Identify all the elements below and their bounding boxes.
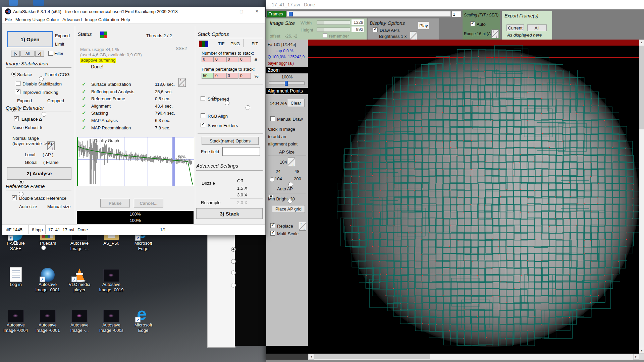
width-value[interactable]: 1328	[352, 19, 364, 25]
open-button[interactable]: 1) Open	[7, 31, 53, 47]
scroll-left-icon[interactable]: ◄	[308, 354, 314, 360]
ap-size-spinner[interactable]	[288, 158, 295, 166]
frame-pct-input-1[interactable]: 50	[202, 73, 214, 79]
threads-spinner[interactable]	[178, 78, 186, 87]
main-titlebar[interactable]: AutoStakkert! 3.1.4 (x64) - free for non…	[2, 7, 265, 16]
export-current-button[interactable]: Current	[506, 24, 524, 31]
frame-number-input[interactable]: 1	[451, 11, 462, 17]
manual-draw-checkbox[interactable]	[270, 116, 275, 121]
scroll-down-icon[interactable]: ▼	[639, 348, 644, 354]
zoom-slider-thumb[interactable]	[285, 81, 288, 86]
free-field-input[interactable]	[222, 147, 260, 156]
desktop-icon[interactable]: AutosaveImage -0019	[96, 266, 126, 293]
scaling-range-spinner[interactable]	[491, 29, 499, 38]
hscrollbar[interactable]: ◄ ►	[308, 354, 639, 360]
cancel-button[interactable]: Cancel...	[134, 199, 163, 207]
desktop-icon[interactable]: AutosaveImage -0001	[33, 307, 63, 333]
cropped-radio[interactable]	[42, 112, 46, 117]
manual-size-radio[interactable]	[41, 245, 46, 250]
ap-size-24-radio[interactable]	[270, 177, 274, 182]
stack-button[interactable]: 3) Stack	[196, 208, 263, 219]
filter-checkbox[interactable]	[48, 51, 53, 56]
clear-aps-button[interactable]: Clear	[287, 99, 305, 107]
menu-advanced[interactable]: Advanced	[62, 17, 82, 22]
drizzle-30-radio[interactable]	[231, 270, 236, 275]
ap-size-48-radio[interactable]	[288, 182, 293, 187]
drizzle-15-radio[interactable]	[231, 259, 236, 264]
desktop-icon[interactable]: MicrosoftEdge	[128, 307, 158, 333]
desktop-icon[interactable]: AutosaveImage -...	[64, 307, 95, 333]
viewer-titlebar[interactable]: 17_41_17.avi Done	[266, 0, 644, 9]
double-stack-checkbox[interactable]	[12, 195, 17, 200]
place-ap-grid-button[interactable]: Place AP grid	[272, 205, 305, 213]
status-step-time: 0,5 sec.	[155, 96, 170, 101]
frames-to-stack-input-1[interactable]: 0	[202, 56, 214, 62]
noise-robust-label: Noise Robust 5	[12, 125, 42, 130]
laplace-checkbox[interactable]	[14, 116, 19, 121]
desktop-icon[interactable]: AutosaveImage -000s	[96, 307, 126, 333]
rgb-align-checkbox[interactable]	[201, 113, 205, 118]
frames-to-stack-input-3[interactable]: 0	[226, 56, 238, 62]
menu-file[interactable]: File	[5, 17, 12, 22]
surface-radio[interactable]	[11, 72, 16, 76]
planet-radio[interactable]	[39, 76, 44, 81]
frames-slider-thumb[interactable]	[289, 12, 293, 16]
drizzle-off-radio[interactable]	[231, 247, 236, 252]
ap-size-48-label: 48	[294, 169, 299, 174]
frame-pct-input-4[interactable]: 0	[239, 73, 251, 79]
menu-colour[interactable]: Colour	[46, 17, 59, 22]
divider	[198, 84, 263, 84]
frame-pct-input-3[interactable]: 0	[226, 73, 238, 79]
desktop-icon[interactable]: VLC mediaplayer	[64, 266, 95, 293]
vscrollbar[interactable]: ▲ ▼	[639, 40, 644, 354]
disable-stabilization-checkbox[interactable]	[16, 81, 20, 86]
min-bright-spinner[interactable]	[299, 222, 306, 231]
remember-checkbox[interactable]	[323, 33, 327, 38]
fit-radio[interactable]	[246, 105, 250, 110]
status-step-time: 25,6 sec.	[155, 89, 173, 94]
replace-checkbox[interactable]	[270, 223, 275, 228]
desktop-icon[interactable]: AutosaveImage -0001	[33, 266, 63, 293]
multiscale-checkbox[interactable]	[270, 231, 275, 236]
analyse-button[interactable]: 2) Analyse	[7, 167, 71, 180]
auto-size-radio[interactable]	[13, 241, 18, 245]
save-in-folders-checkbox[interactable]	[201, 123, 205, 127]
height-value[interactable]: 992	[352, 26, 364, 32]
brightness-spinner[interactable]	[410, 32, 417, 40]
scroll-right-icon[interactable]: ►	[633, 354, 639, 360]
improved-tracking-checkbox[interactable]	[16, 89, 20, 94]
last-frame-button[interactable]: >|	[35, 51, 44, 57]
frames-to-stack-input-4[interactable]: 0	[239, 56, 251, 62]
resample-20-radio[interactable]	[231, 283, 236, 288]
minimize-button[interactable]	[218, 7, 234, 16]
stackname-options-button[interactable]: Stack(name) Options	[202, 137, 259, 145]
desktop-icon[interactable]: AutosaveImage -0004	[1, 307, 31, 333]
frames-slider[interactable]	[286, 11, 451, 17]
draw-aps-checkbox[interactable]	[373, 27, 378, 32]
frames-unit-label: #	[255, 57, 257, 62]
scroll-up-icon[interactable]: ▲	[639, 40, 644, 45]
frames-to-stack-input-2[interactable]: 0	[214, 56, 226, 62]
sharpened-checkbox[interactable]	[201, 96, 205, 101]
close-button[interactable]	[249, 7, 265, 16]
frame-pct-input-2[interactable]: 0	[214, 73, 226, 79]
menu-help[interactable]: Help	[121, 17, 130, 22]
height-slider[interactable]	[317, 27, 350, 32]
zoom-slider[interactable]	[269, 81, 305, 85]
advanced-settings-header: Advanced Settings	[196, 163, 238, 169]
desktop-icon[interactable]: Log in	[1, 266, 31, 287]
play-button[interactable]: Play	[418, 21, 429, 29]
menu-memory-usage[interactable]: Memory Usage	[15, 17, 45, 22]
ap-image-canvas[interactable]	[308, 40, 639, 354]
hscroll-thumb[interactable]	[314, 354, 430, 359]
desktop-icon-label: Edge	[138, 246, 148, 251]
first-frame-button[interactable]: |<	[11, 51, 20, 57]
scaling-auto-checkbox[interactable]	[470, 21, 475, 26]
maximize-button[interactable]	[234, 7, 249, 16]
vscroll-thumb[interactable]	[639, 46, 644, 129]
all-frames-button[interactable]: All	[20, 51, 35, 57]
menu-image-calibration[interactable]: Image Calibration	[85, 17, 119, 22]
width-slider[interactable]	[317, 20, 350, 25]
pause-button[interactable]: Pause	[100, 199, 130, 207]
export-all-button[interactable]: All	[527, 24, 547, 31]
